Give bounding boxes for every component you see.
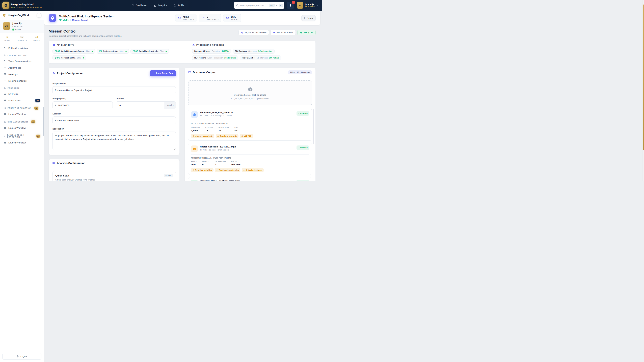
location-input[interactable] bbox=[52, 116, 176, 124]
file-subtitle: Microsoft Project XML - Multi-Year Timel… bbox=[191, 157, 309, 159]
warning-icon: ⚠ bbox=[193, 169, 194, 171]
warning-icon: ⚠ bbox=[216, 169, 218, 171]
sidebar-item-launch-workflow-bim[interactable]: Launch Workflow bbox=[2, 140, 42, 146]
avatar: JV bbox=[297, 2, 304, 9]
stat-label: MILESTONES bbox=[215, 161, 226, 163]
sidebar-scrollbar-thumb[interactable] bbox=[43, 107, 44, 136]
main-nav: Dashboard Analytics Profile bbox=[132, 0, 184, 11]
analysis-mode-quick-scan[interactable]: Quick Scan ~2 min Single-pass analysis w… bbox=[52, 171, 176, 181]
sidebar-item-my-profile[interactable]: My Profile bbox=[2, 91, 42, 97]
play-circle-icon bbox=[4, 126, 6, 129]
endpoint-method: POST bbox=[55, 50, 60, 52]
metric-value: 48ms bbox=[183, 15, 194, 18]
sidebar-item-activity-feed[interactable]: Activity Feed bbox=[2, 65, 42, 71]
gauge-icon bbox=[132, 4, 134, 7]
kbd-k: K bbox=[279, 4, 283, 7]
sidebar-item-label: Launch Workflow bbox=[8, 127, 26, 129]
divider: | bbox=[70, 19, 70, 21]
chip-icon bbox=[241, 31, 243, 34]
user-menu[interactable]: JV j vandijk ENGINEER bbox=[297, 2, 319, 9]
budget-label: Budget (EUR) bbox=[52, 97, 113, 100]
endpoint-vectordb: gRPC vectordb:50051 14ms bbox=[52, 55, 86, 60]
warning-chip: ⚠ Weather dependencies bbox=[215, 168, 240, 172]
indexed-badge: ✓ Indexed bbox=[296, 111, 309, 116]
warning-label: Critical milestones bbox=[246, 169, 262, 171]
nav-item-analytics[interactable]: Analytics bbox=[154, 4, 167, 7]
endpoint-path: /api/v2/analysis/risks bbox=[139, 50, 158, 52]
mode-duration-badge: ~2 min bbox=[164, 174, 173, 177]
file-dropzone[interactable]: Drop files here or click to upload IFC, … bbox=[188, 80, 312, 105]
sidebar-item-label: Activity Feed bbox=[8, 66, 21, 69]
stat-label: INTERFACES bbox=[218, 127, 230, 129]
stat-value: 1,200+ bbox=[191, 129, 200, 132]
notifications-button[interactable]: 33 bbox=[286, 2, 294, 9]
chip-label: Est. ~120k tokens bbox=[277, 31, 294, 34]
sidebar-item-notifications[interactable]: Notifications 33 bbox=[2, 97, 42, 103]
sidebar-item-public-consultation[interactable]: Public Consultation bbox=[2, 45, 42, 51]
endpoint-risks: POST /api/v2/analysis/risks 70ms bbox=[130, 49, 169, 54]
layers-icon bbox=[2, 13, 6, 17]
section-collaboration: COLLABORATION bbox=[2, 54, 42, 57]
sidebar-collapse-button[interactable]: ‹ bbox=[37, 13, 42, 17]
pipeline-document-parser: Document Parser Extraction 50 MB/s bbox=[192, 49, 231, 54]
calendar-file-icon bbox=[193, 147, 196, 151]
stat-label: CRITICAL bbox=[202, 161, 210, 163]
section-title: API ENDPOINTS bbox=[57, 44, 74, 46]
stat-label: ELEMENTS bbox=[191, 127, 200, 129]
sidebar-item-team-communications[interactable]: Team Communications bbox=[2, 58, 42, 64]
description-textarea[interactable]: Major port infrastructure expansion incl… bbox=[52, 132, 176, 150]
endpoint-orchestrator: WS /ws/orchestrator 36ms bbox=[96, 49, 129, 54]
sidebar-item-label: Team Communications bbox=[8, 60, 31, 62]
status-badge: Ready bbox=[301, 15, 316, 21]
ifc-file-icon bbox=[191, 111, 198, 118]
page-title: Mission Control bbox=[49, 29, 122, 33]
check-icon: ✓ bbox=[298, 147, 300, 149]
file-list-scrollbar-thumb[interactable] bbox=[312, 109, 314, 144]
person-icon bbox=[173, 4, 176, 7]
mode-description: Single-pass analysis with top-level find… bbox=[55, 179, 173, 181]
sidebar-item-meeting-scheduler[interactable]: Meeting Scheduler bbox=[2, 78, 42, 84]
file-card-financial-model[interactable]: Financial_Model_PortExpansion.xlsx 2.1 M… bbox=[188, 177, 312, 181]
warning-chip: ⚠ Interface complexity bbox=[191, 134, 214, 138]
sidebar: Nexgile-EngiMind ‹ JV j vandijk ENGINEER… bbox=[0, 11, 44, 181]
stat-value: 32 bbox=[215, 163, 226, 166]
file-card-bim-model[interactable]: Rotterdam_Port_BIM_Model.ifc 850.7 MB | … bbox=[188, 109, 312, 141]
warning-label: Interface complexity bbox=[195, 135, 213, 137]
breadcrumb-mission-control[interactable]: Mission Control bbox=[72, 19, 88, 21]
status-dot bbox=[304, 17, 306, 19]
system-status-card: API ENDPOINTS POST /api/v2/documents/ing… bbox=[49, 40, 316, 63]
sidebar-item-label: Launch Workflow bbox=[8, 141, 26, 144]
nav-item-profile[interactable]: Profile bbox=[173, 4, 184, 7]
sidebar-item-label: Notifications bbox=[8, 99, 21, 102]
section-label: BIM/GIS CLASH DETECTION bbox=[7, 134, 33, 138]
online-dot bbox=[126, 51, 126, 52]
check-icon: ✓ bbox=[298, 112, 300, 114]
file-name: Rotterdam_Port_BIM_Model.ifc bbox=[200, 111, 233, 114]
sidebar-item-meetings[interactable]: Meetings bbox=[2, 71, 42, 77]
sidebar-item-launch-workflow-permit[interactable]: Launch Workflow bbox=[2, 111, 42, 117]
file-card-master-schedule[interactable]: Master_Schedule_2024-2027.mpp 4.3 MB | 4… bbox=[188, 143, 312, 175]
status-dot bbox=[12, 29, 14, 30]
chat-icon bbox=[4, 47, 6, 49]
xlsx-file-icon bbox=[191, 180, 198, 181]
pipeline-type: Entity Recognition bbox=[208, 57, 223, 59]
sidebar-item-label: My Profile bbox=[8, 93, 18, 95]
pipeline-name: Document Parser bbox=[194, 50, 210, 52]
load-demo-data-button[interactable]: Load Demo Data bbox=[150, 70, 176, 76]
stat-value: 950+ bbox=[191, 163, 197, 166]
pipeline-name: NLP Pipeline bbox=[194, 57, 206, 59]
budget-input[interactable] bbox=[52, 101, 113, 109]
chat-icon bbox=[4, 60, 6, 62]
sidebar-item-launch-workflow-site[interactable]: Launch Workflow bbox=[2, 125, 42, 131]
sidebar-stats: 5TASKS 12PROJECTS 33ALERTS bbox=[0, 33, 44, 43]
file-subtitle: IFC 4.0 Structural Model - Infrastructur… bbox=[191, 122, 309, 125]
search-input[interactable] bbox=[240, 4, 268, 7]
user-name: j vandijk bbox=[305, 3, 315, 5]
warning-chip: ⚠ Zero-float activities bbox=[191, 168, 214, 172]
file-meta: 4.3 MB | 4.1s parse | 1456 vectors bbox=[200, 149, 236, 151]
nav-label: Dashboard bbox=[136, 4, 148, 7]
api-version: API v2.4.1 bbox=[59, 19, 68, 21]
project-name-input[interactable] bbox=[52, 86, 176, 94]
global-search[interactable]: Ctrl + K bbox=[234, 2, 284, 9]
nav-item-dashboard[interactable]: Dashboard bbox=[132, 4, 148, 7]
